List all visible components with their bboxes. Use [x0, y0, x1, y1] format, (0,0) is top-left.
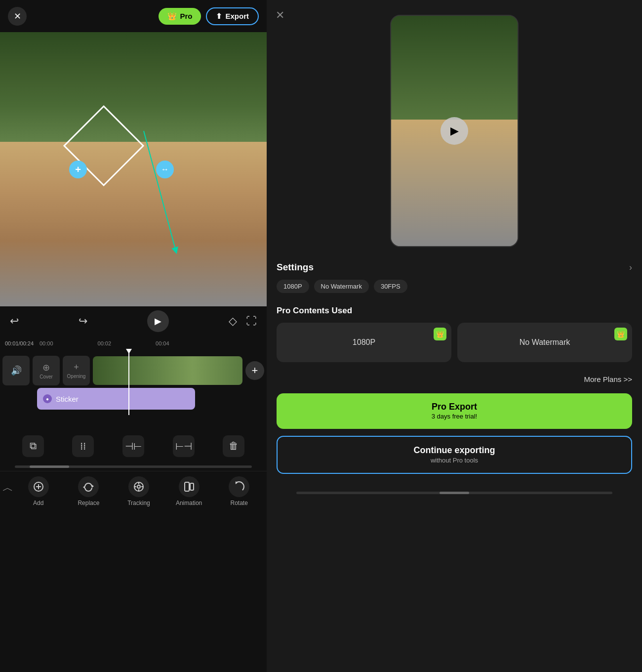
main-track-row: 🔊 ⊕ Cover + Opening + [0, 353, 267, 388]
edit-toolbar: ⧉ ⁞⁞ ⊣⊢ ⊢⊣ 🗑 [0, 430, 267, 462]
pro-card-1080p: 1080P 👑 [277, 323, 451, 362]
right-scroll-thumb[interactable] [440, 492, 469, 494]
split-button[interactable]: ⁞⁞ [72, 435, 94, 457]
right-scroll-track [296, 492, 612, 494]
play-button[interactable]: ▶ [147, 310, 169, 332]
trim-left-button[interactable]: ⊣⊢ [122, 435, 144, 457]
add-handle[interactable]: + [69, 161, 87, 178]
top-actions: 👑 Pro ⬆ Export [159, 7, 259, 25]
continue-export-button[interactable]: Continue exporting without Pro tools [277, 436, 632, 473]
tool-animation[interactable]: Animation [164, 476, 214, 506]
pro-button[interactable]: 👑 Pro [159, 8, 201, 25]
close-button[interactable]: ✕ [8, 7, 27, 26]
time-marker-0: 00:00 [40, 340, 53, 346]
settings-header: Settings › [277, 262, 632, 273]
replace-tool-label: Replace [78, 500, 99, 506]
animation-tool-icon [179, 476, 200, 497]
redo-button[interactable]: ↪ [79, 315, 87, 328]
cover-label: Cover [40, 374, 53, 379]
pro-card-no-watermark: No Watermark 👑 [457, 323, 632, 362]
export-section: Pro Export 3 days free trial! Continue e… [267, 388, 642, 479]
diamond-svg [59, 101, 148, 190]
add-track-button[interactable]: + [245, 361, 264, 380]
svg-point-7 [137, 485, 140, 488]
preview-mountain [391, 16, 518, 131]
pro-contents-title: Pro Contents Used [277, 306, 632, 316]
tool-rotate[interactable]: Rotate [214, 476, 264, 506]
audio-icon: 🔊 [11, 365, 22, 376]
settings-badges: 1080P No Watermark 30FPS [277, 280, 632, 293]
continue-export-subtitle: without Pro tools [285, 457, 623, 465]
time-marker-2: 00:04 [156, 340, 169, 346]
keyframe-button[interactable]: ◇ [229, 315, 237, 328]
sticker-overlay[interactable] [59, 101, 148, 190]
right-close-button[interactable]: ✕ [276, 9, 284, 22]
settings-title: Settings [277, 262, 314, 273]
resize-handle[interactable]: ↔ [156, 161, 174, 178]
pro-cards: 1080P 👑 No Watermark 👑 [277, 323, 632, 362]
timeline-area: 00:01/00:24 00:00 00:02 00:04 🔊 ⊕ Cover [0, 336, 267, 672]
pro-contents-section: Pro Contents Used 1080P 👑 No Watermark 👑 [267, 298, 642, 370]
animation-icon-svg [184, 481, 195, 492]
pro-crown-1080p: 👑 [434, 328, 446, 340]
pro-export-button[interactable]: Pro Export 3 days free trial! [277, 393, 632, 429]
right-scrollbar[interactable] [267, 489, 642, 498]
svg-rect-12 [185, 482, 189, 491]
tracking-tool-icon [128, 476, 149, 497]
badge-30fps: 30FPS [374, 280, 407, 293]
ruler-times: 00:00 00:02 00:04 [40, 340, 169, 346]
pro-card-no-watermark-label: No Watermark [520, 338, 570, 347]
pro-export-title: Pro Export [284, 401, 624, 413]
tool-replace[interactable]: Replace [64, 476, 114, 506]
playback-controls: ↩ ↪ ▶ ◇ ⛶ [0, 306, 267, 336]
replace-icon-svg [83, 481, 94, 492]
playhead[interactable] [128, 351, 129, 415]
scroll-track [15, 465, 252, 468]
video-track[interactable] [93, 356, 242, 385]
opening-thumb[interactable]: + Opening [63, 356, 90, 385]
sticker-label: Sticker [56, 395, 79, 403]
svg-marker-5 [83, 486, 85, 489]
sticker-track-row: ● Sticker [0, 388, 267, 413]
tracking-icon-svg [133, 481, 144, 492]
undo-button[interactable]: ↩ [10, 315, 19, 328]
fullscreen-button[interactable]: ⛶ [246, 315, 257, 328]
add-icon-svg [33, 481, 44, 492]
audio-track-thumb[interactable]: 🔊 [2, 356, 30, 385]
right-panel: ✕ ▶ Settings › 1080P No Watermark 30FPS … [267, 0, 642, 672]
collapse-button[interactable]: ︿ [2, 476, 13, 495]
settings-arrow-icon[interactable]: › [629, 262, 632, 273]
animation-tool-label: Animation [176, 500, 202, 506]
rotate-tool-icon [229, 476, 249, 497]
cover-thumb[interactable]: ⊕ Cover [33, 356, 60, 385]
svg-marker-4 [92, 485, 94, 488]
tool-add[interactable]: Add [13, 476, 64, 506]
copy-button[interactable]: ⧉ [22, 435, 44, 457]
right-video-preview: ▶ [390, 15, 519, 247]
tool-tracking[interactable]: Tracking [114, 476, 164, 506]
timeline-ruler: 00:01/00:24 00:00 00:02 00:04 [0, 336, 267, 351]
trim-right-button[interactable]: ⊢⊣ [173, 435, 195, 457]
export-button[interactable]: ⬆ Export [206, 7, 259, 25]
sticker-icon: ● [43, 394, 52, 403]
timeline-tracks: 🔊 ⊕ Cover + Opening + ● Sticker [0, 351, 267, 415]
video-preview-area: + ↔ [0, 32, 267, 306]
more-plans-link[interactable]: More Plans >> [267, 370, 642, 388]
pro-crown-watermark: 👑 [614, 328, 627, 340]
rotate-tool-label: Rotate [230, 500, 247, 506]
opening-label: Opening [67, 374, 86, 379]
timeline-scrollbar[interactable] [0, 462, 267, 471]
delete-button[interactable]: 🗑 [223, 435, 244, 457]
settings-section: Settings › 1080P No Watermark 30FPS [267, 257, 642, 298]
add-tool-icon [28, 476, 49, 497]
time-marker-1: 00:02 [98, 340, 112, 346]
preview-play-button[interactable]: ▶ [441, 117, 468, 145]
upload-icon: ⬆ [216, 12, 222, 21]
scroll-thumb[interactable] [30, 465, 69, 468]
bottom-toolbar: ︿ Add Replace Tracking [0, 471, 267, 530]
badge-1080p: 1080P [277, 280, 309, 293]
sticker-track[interactable]: ● Sticker [37, 388, 195, 410]
continue-export-title: Continue exporting [285, 445, 623, 456]
current-time: 00:01/00:24 [5, 340, 35, 346]
right-controls: ◇ ⛶ [229, 315, 257, 328]
